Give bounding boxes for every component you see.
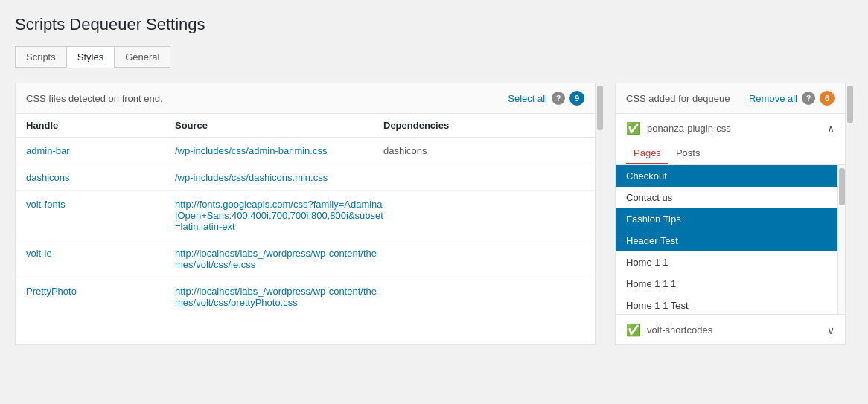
col-source: Source (175, 120, 383, 131)
tab-scripts[interactable]: Scripts (15, 46, 67, 68)
left-panel-header-text: CSS files detected on front end. (26, 93, 163, 104)
page-wrapper: Scripts Dequeuer Settings Scripts Styles… (0, 0, 868, 404)
table-row: dashicons /wp-includes/css/dashicons.min… (16, 164, 595, 191)
left-scrollbar[interactable] (596, 83, 603, 345)
right-scrollbar-thumb[interactable] (847, 86, 853, 123)
page-item-home-1-1-1[interactable]: Home 1 1 1 (616, 273, 837, 295)
right-panel-header-actions: Remove all ? 6 (749, 91, 835, 106)
main-content: CSS files detected on front end. Select … (15, 83, 853, 345)
source-volt-fonts[interactable]: http://fonts.googleapis.com/css?family=A… (175, 199, 383, 232)
table-body: admin-bar /wp-includes/css/admin-bar.min… (16, 138, 595, 315)
volt-shortcodes-check-icon: ✅ (626, 323, 641, 337)
right-count-badge: 6 (820, 91, 835, 106)
volt-item-header: ✅ volt-shortcodes ∨ (616, 315, 845, 344)
inner-tab-pages[interactable]: Pages (626, 143, 668, 164)
tabs-bar: Scripts Styles General (15, 46, 853, 68)
select-all-link[interactable]: Select all (508, 93, 547, 104)
pages-scrollbar[interactable] (837, 165, 845, 314)
table-row: PrettyPhoto http://localhost/labs_/wordp… (16, 278, 595, 315)
page-item-fashion-tips[interactable]: Fashion Tips (616, 208, 837, 230)
left-panel-outer: CSS files detected on front end. Select … (15, 83, 603, 345)
handle-volt-ie[interactable]: volt-ie (26, 248, 175, 259)
volt-shortcodes-name: volt-shortcodes (647, 324, 821, 336)
page-item-home-1-1[interactable]: Home 1 1 (616, 251, 837, 273)
css-item-bonanza: ✅ bonanza-plugin-css ∧ Pages Posts Check… (616, 114, 845, 315)
table-row: admin-bar /wp-includes/css/admin-bar.min… (16, 138, 595, 164)
left-help-badge[interactable]: ? (552, 92, 565, 105)
tab-general[interactable]: General (114, 46, 170, 68)
left-scrollbar-thumb[interactable] (597, 86, 603, 130)
col-handle: Handle (26, 120, 175, 131)
page-item-header-test[interactable]: Header Test (616, 230, 837, 251)
handle-volt-fonts[interactable]: volt-fonts (26, 199, 175, 210)
page-item-contact-us[interactable]: Contact us (616, 187, 837, 208)
left-count-badge: 9 (569, 91, 584, 106)
inner-tabs-bonanza: Pages Posts (616, 143, 845, 165)
inner-tab-posts[interactable]: Posts (668, 143, 708, 164)
css-item-bonanza-header: ✅ bonanza-plugin-css ∧ (616, 114, 845, 143)
source-admin-bar[interactable]: /wp-includes/css/admin-bar.min.css (175, 145, 383, 156)
deps-admin-bar: dashicons (383, 145, 584, 156)
tab-styles[interactable]: Styles (66, 46, 115, 68)
bonanza-chevron-icon[interactable]: ∧ (827, 123, 835, 135)
table-row: volt-ie http://localhost/labs_/wordpress… (16, 240, 595, 278)
source-pretty-photo[interactable]: http://localhost/labs_/wordpress/wp-cont… (175, 286, 383, 308)
handle-pretty-photo[interactable]: PrettyPhoto (26, 286, 175, 297)
right-panel-outer: CSS added for dequeue Remove all ? 6 ✅ b… (615, 83, 853, 345)
page-title: Scripts Dequeuer Settings (15, 15, 853, 34)
bonanza-item-name: bonanza-plugin-css (647, 123, 821, 134)
remove-all-link[interactable]: Remove all (749, 93, 797, 104)
table-header: Handle Source Dependencies (16, 114, 595, 138)
right-panel: CSS added for dequeue Remove all ? 6 ✅ b… (615, 83, 846, 345)
page-item-home-1-1-test[interactable]: Home 1 1 Test (616, 295, 837, 314)
pages-list: Checkout Contact us Fashion Tips Header … (616, 165, 837, 314)
left-panel-header: CSS files detected on front end. Select … (16, 83, 595, 114)
handle-admin-bar[interactable]: admin-bar (26, 145, 175, 156)
handle-dashicons[interactable]: dashicons (26, 172, 175, 183)
table-row: volt-fonts http://fonts.googleapis.com/c… (16, 191, 595, 240)
page-item-checkout[interactable]: Checkout (616, 165, 837, 187)
right-panel-header-text: CSS added for dequeue (626, 93, 730, 104)
right-scrollbar[interactable] (846, 83, 853, 345)
left-panel-header-actions: Select all ? 9 (508, 91, 584, 106)
source-volt-ie[interactable]: http://localhost/labs_/wordpress/wp-cont… (175, 248, 383, 270)
bonanza-check-icon: ✅ (626, 121, 641, 135)
source-dashicons[interactable]: /wp-includes/css/dashicons.min.css (175, 172, 383, 183)
css-item-volt-shortcodes: ✅ volt-shortcodes ∨ (616, 315, 845, 344)
pages-scrollbar-thumb[interactable] (839, 168, 845, 205)
right-help-badge[interactable]: ? (802, 92, 815, 105)
left-panel: CSS files detected on front end. Select … (15, 83, 596, 345)
right-panel-header: CSS added for dequeue Remove all ? 6 (616, 83, 845, 114)
pages-list-wrapper: Checkout Contact us Fashion Tips Header … (616, 165, 845, 314)
col-dependencies: Dependencies (383, 120, 584, 131)
volt-shortcodes-chevron-icon[interactable]: ∨ (827, 324, 835, 336)
